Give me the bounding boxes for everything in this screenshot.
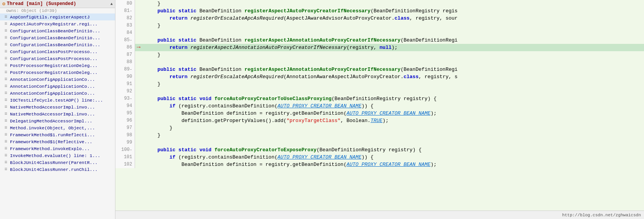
code-row: 80 } [115, 0, 644, 7]
code-text: (registry, [347, 45, 380, 50]
stack-item[interactable]: ≡AopConfigUtils.registerAspectJ [0, 13, 115, 20]
code-content: return registerOrEscalateApcAsRequired(A… [142, 73, 644, 80]
stack-item[interactable]: ≡ConfigurationClassPostProcesso... [0, 55, 115, 62]
stack-item[interactable]: ≡AnnotationConfigApplicationCo... [0, 76, 115, 83]
code-text [187, 74, 190, 80]
stack-item[interactable]: ≡BlockJUnit4ClassRunner.runChil... [0, 166, 115, 173]
code-link[interactable]: AUTO_PROXY_CREATOR_BEAN_NAME [277, 154, 361, 160]
stack-item[interactable]: ≡ConfigurationClassPostProcesso... [0, 48, 115, 55]
status-url: http://blog.csdn.net/zghwaicsdn [562, 213, 641, 217]
stack-item[interactable]: ≡ConfigurationClassBeanDefinitio... [0, 41, 115, 48]
stack-item-icon: ≡ [3, 118, 8, 124]
stack-item-icon: ≡ [3, 160, 8, 165]
stack-item[interactable]: ≡ConfigurationClassBeanDefinitio... [0, 34, 115, 41]
stack-item[interactable]: ≡DelegatingMethodAccessorImpl... [0, 117, 115, 124]
code-content: } [142, 22, 644, 29]
stack-item[interactable]: ≡ConfigurationClassBeanDefinitio... [0, 27, 115, 34]
stack-item-label: Method.invoke(Object, Object,... [10, 125, 95, 130]
line-arrow [135, 73, 142, 80]
code-text: , Boolean. [340, 118, 370, 124]
code-text: definition.getPropertyValues().add( [182, 118, 287, 124]
expand-icon[interactable]: ▲ [110, 2, 113, 6]
code-row: 97 } [115, 124, 644, 132]
stack-item-label: FrameworkMethod.invokeExplo... [10, 146, 90, 151]
eq-icon: ≡ [4, 160, 7, 165]
code-link[interactable]: AUTO_PROXY_CREATOR_BEAN_NAME [277, 103, 361, 109]
line-gutter: 80 [115, 0, 135, 7]
stack-item[interactable]: ≡FrameworkMethod.invokeExplo... [0, 145, 115, 152]
code-text [145, 103, 169, 109]
code-text [175, 67, 179, 72]
line-arrow [135, 102, 142, 110]
eq-icon: ≡ [4, 56, 7, 61]
stack-item[interactable]: ≡FrameworkMethod$1(Reflective... [0, 138, 115, 145]
code-text: (BeanDefinitionRegistry registry) { [317, 147, 422, 153]
code-area[interactable]: 80 }81- public static BeanDefinition reg… [115, 0, 644, 211]
stack-item[interactable]: ≡AnnotationConfigApplicationCo... [0, 90, 115, 97]
code-content: public static BeanDefinition registerAsp… [142, 7, 644, 15]
keyword: static [179, 147, 197, 153]
stack-item[interactable]: ≡AspectJAutoProxyRegistrar.regi... [0, 20, 115, 27]
stack-item-icon: ≡ [3, 153, 8, 158]
code-text [175, 147, 179, 153]
stack-list: ≡AopConfigUtils.registerAspectJ≡AspectJA… [0, 13, 115, 219]
code-text [145, 8, 157, 14]
stack-item-label: InvokeMethod.evaluate() line: 1... [10, 153, 100, 158]
stack-item[interactable]: ≡BlockJUnit4ClassRunner(ParentR... [0, 159, 115, 166]
eq-icon: ≡ [4, 139, 7, 144]
stack-item[interactable]: ≡NativeMethodAccessorImpl.invo... [0, 110, 115, 117]
line-gutter: 92 [115, 88, 135, 95]
stack-item[interactable]: ≡PostProcessorRegistrationDeleg... [0, 69, 115, 76]
method-call: registerOrEscalateApcAsRequired [190, 15, 284, 21]
eq-icon: ≡ [4, 14, 7, 20]
code-row: 93- public static void forceAutoProxyCre… [115, 95, 644, 102]
line-number: 84 [127, 30, 132, 35]
stack-item[interactable]: ≡IOCTestLifeCycle.testAOP() line:... [0, 97, 115, 104]
breakpoint-marker: - [130, 96, 132, 101]
stack-item[interactable]: ≡Method.invoke(Object, Object,... [0, 124, 115, 131]
thread-title: ⚙ Thread [main] (Suspended) [2, 1, 76, 7]
keyword: void [199, 96, 211, 102]
code-text: } [145, 23, 160, 28]
thread-label: Thread [main] (Suspended) [7, 1, 76, 7]
line-arrow [135, 80, 142, 88]
keyword: public [157, 8, 175, 14]
eq-icon: ≡ [4, 42, 7, 47]
code-row: 99 [115, 139, 644, 146]
code-text: ); [392, 45, 398, 50]
code-text: BeanDefinition [197, 67, 245, 72]
code-link[interactable]: AUTO_PROXY_CREATOR_BEAN_NAME [347, 162, 430, 167]
line-number: 93 [124, 96, 129, 101]
keyword: class [404, 74, 419, 80]
stack-item[interactable]: ≡InvokeMethod.evaluate() line: 1... [0, 152, 115, 159]
line-arrow [135, 37, 142, 44]
stack-item[interactable]: ≡FrameworkMethod$1.runReflecti... [0, 131, 115, 138]
keyword: if [169, 103, 175, 109]
breakpoint-marker: - [130, 38, 132, 42]
line-gutter: 100- [115, 146, 135, 154]
stack-item[interactable]: ≡NativeMethodAccessorImpl.invo... [0, 104, 115, 110]
line-number: 102 [124, 162, 132, 167]
stack-item[interactable]: ≡PostProcessorRegistrationDeleg... [0, 62, 115, 69]
code-text: BeanDefinition definition = registry.get… [182, 110, 347, 116]
stack-item-label: AnnotationConfigApplicationCo... [10, 77, 95, 82]
line-number: 83 [127, 23, 132, 28]
code-text: , registry, s [419, 74, 457, 80]
line-number: 98 [127, 132, 132, 138]
code-text [175, 8, 179, 14]
code-link[interactable]: TRUE [370, 118, 382, 124]
method-name: forceAutoProxyCreatorToUseClassProxying [215, 96, 332, 102]
line-gutter: 87 [115, 51, 135, 59]
stack-item-icon: ≡ [3, 49, 8, 54]
code-text [145, 37, 157, 43]
line-arrow [135, 161, 142, 168]
line-arrow [135, 117, 142, 124]
code-link[interactable]: AUTO_PROXY_CREATOR_BEAN_NAME [347, 110, 430, 116]
code-text [145, 67, 157, 72]
string-literal: "proxyTargetClass" [287, 118, 340, 124]
stack-item[interactable]: ≡AnnotationConfigApplicationCo... [0, 83, 115, 90]
code-text [212, 96, 215, 102]
code-text: ); [430, 110, 437, 116]
code-row: 91 } [115, 80, 644, 88]
stack-item-label: AopConfigUtils.registerAspectJ [10, 15, 90, 20]
